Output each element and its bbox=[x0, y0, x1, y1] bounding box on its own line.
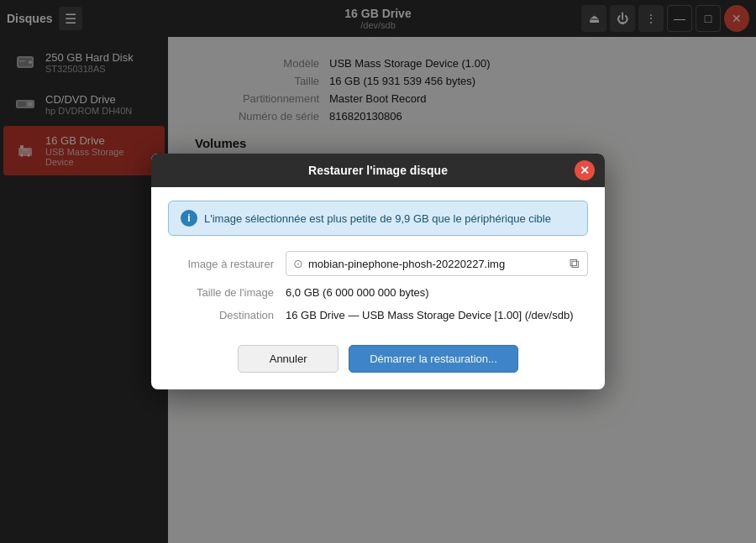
info-text: L'image sélectionnée est plus petite de … bbox=[204, 212, 551, 225]
copy-icon: ⧉ bbox=[570, 256, 579, 270]
image-label: Image à restaurer bbox=[168, 258, 286, 270]
dialog-row-image: Image à restaurer ⊙ mobian-pinephone-pho… bbox=[168, 251, 588, 276]
restore-dialog: Restaurer l'image disque ✕ i L'image sél… bbox=[151, 154, 605, 389]
dialog-titlebar: Restaurer l'image disque ✕ bbox=[151, 154, 605, 187]
image-filename: mobian-pinephone-phosh-20220227.img bbox=[308, 258, 563, 270]
start-restore-button[interactable]: Démarrer la restauration... bbox=[349, 345, 518, 373]
taille-image-label: Taille de l'image bbox=[168, 286, 286, 299]
destination-value: 16 GB Drive — USB Mass Storage Device [1… bbox=[286, 309, 588, 321]
dialog-close-button[interactable]: ✕ bbox=[575, 160, 595, 180]
file-icon: ⊙ bbox=[293, 257, 303, 270]
info-banner: i L'image sélectionnée est plus petite d… bbox=[168, 201, 588, 236]
dialog-row-taille: Taille de l'image 6,0 GB (6 000 000 000 … bbox=[168, 286, 588, 299]
dialog-title: Restaurer l'image disque bbox=[181, 164, 575, 177]
dialog-close-icon: ✕ bbox=[580, 164, 590, 177]
dialog-footer: Annuler Démarrer la restauration... bbox=[168, 338, 588, 373]
copy-button[interactable]: ⧉ bbox=[568, 256, 580, 271]
dialog-row-destination: Destination 16 GB Drive — USB Mass Stora… bbox=[168, 309, 588, 321]
cancel-button[interactable]: Annuler bbox=[238, 345, 339, 373]
dialog-overlay: Restaurer l'image disque ✕ i L'image sél… bbox=[0, 0, 756, 543]
file-input-box[interactable]: ⊙ mobian-pinephone-phosh-20220227.img ⧉ bbox=[286, 251, 588, 276]
taille-image-value: 6,0 GB (6 000 000 000 bytes) bbox=[286, 286, 588, 299]
dialog-body: i L'image sélectionnée est plus petite d… bbox=[151, 187, 605, 389]
info-icon: i bbox=[181, 210, 197, 227]
destination-label: Destination bbox=[168, 309, 286, 321]
